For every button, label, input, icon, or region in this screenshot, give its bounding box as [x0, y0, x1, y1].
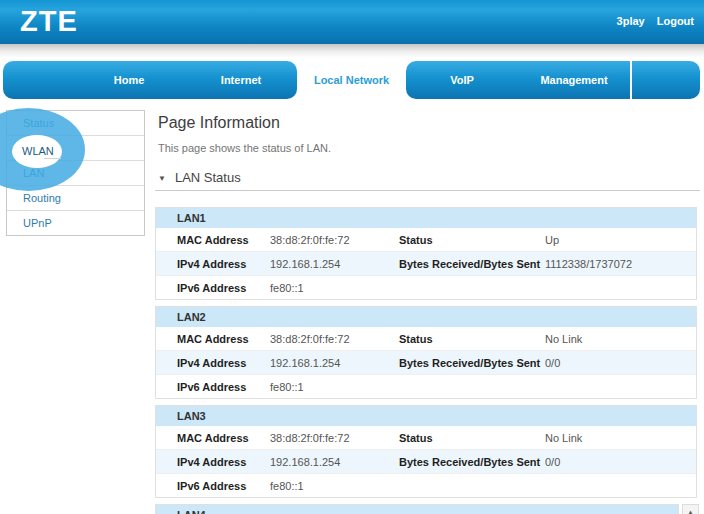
- field-label: MAC Address: [177, 333, 270, 345]
- field-label: Status: [399, 432, 545, 444]
- table-row: IPv6 Address fe80::1: [156, 374, 696, 398]
- zte-logo[interactable]: ZTE: [20, 5, 78, 38]
- table-row: IPv6 Address fe80::1: [156, 473, 696, 497]
- section-title: LAN Status: [175, 170, 241, 185]
- field-value: 38:d8:2f:0f:fe:72: [270, 333, 399, 345]
- lan2-table-title: LAN2: [156, 307, 696, 327]
- nav-filler-block: [632, 61, 700, 99]
- field-value: 38:d8:2f:0f:fe:72: [270, 432, 399, 444]
- field-label: IPv6 Address: [177, 282, 270, 294]
- page-description: This page shows the status of LAN.: [158, 142, 331, 154]
- field-label: IPv4 Address: [177, 258, 270, 270]
- field-label: IPv6 Address: [177, 480, 270, 492]
- field-label: Status: [399, 234, 545, 246]
- main-nav: Home Internet Local Network VoIP Managem…: [0, 61, 704, 99]
- field-value: 192.168.1.254: [270, 456, 399, 468]
- sidebar-item-wlan-highlighted[interactable]: WLAN: [22, 145, 54, 157]
- tab-local-network[interactable]: Local Network: [297, 61, 406, 99]
- field-label: MAC Address: [177, 234, 270, 246]
- field-label: Bytes Received/Bytes Sent: [399, 357, 545, 369]
- field-value: No Link: [545, 333, 696, 345]
- field-label: IPv6 Address: [177, 381, 270, 393]
- collapse-triangle-icon: ▼: [158, 174, 166, 183]
- field-value: 192.168.1.254: [270, 357, 399, 369]
- field-value: 0/0: [545, 456, 696, 468]
- username-link[interactable]: 3play: [617, 15, 645, 27]
- tab-voip[interactable]: VoIP: [406, 61, 518, 99]
- lan1-table-title: LAN1: [156, 208, 696, 228]
- field-value: 192.168.1.254: [270, 258, 399, 270]
- field-value: 0/0: [545, 357, 696, 369]
- header-shadow: [0, 44, 704, 58]
- field-label: IPv4 Address: [177, 357, 270, 369]
- tab-management[interactable]: Management: [518, 61, 630, 99]
- sidebar-item-upnp[interactable]: UPnP: [7, 211, 144, 235]
- field-label: MAC Address: [177, 432, 270, 444]
- top-header-bar: ZTE 3play Logout: [0, 0, 704, 44]
- nav-right-block: VoIP Management: [406, 61, 630, 99]
- lan2-table: LAN2 MAC Address 38:d8:2f:0f:fe:72 Statu…: [155, 306, 697, 399]
- lan-status-section-toggle[interactable]: ▼ LAN Status: [158, 170, 241, 185]
- field-value: Up: [545, 234, 696, 246]
- nav-left-block: Home Internet: [3, 61, 297, 99]
- field-value: No Link: [545, 432, 696, 444]
- field-value: 38:d8:2f:0f:fe:72: [270, 234, 399, 246]
- lan3-table-title: LAN3: [156, 406, 696, 426]
- field-label: Bytes Received/Bytes Sent: [399, 258, 545, 270]
- field-value: 1112338/1737072: [545, 258, 696, 270]
- field-value: fe80::1: [270, 381, 399, 393]
- table-row: MAC Address 38:d8:2f:0f:fe:72 Status No …: [156, 426, 696, 449]
- logout-link[interactable]: Logout: [657, 15, 694, 27]
- header-links: 3play Logout: [617, 15, 694, 27]
- field-label: IPv4 Address: [177, 456, 270, 468]
- lan4-table-title-clipped: LAN4: [155, 504, 679, 514]
- lan1-table: LAN1 MAC Address 38:d8:2f:0f:fe:72 Statu…: [155, 207, 697, 300]
- sidebar-row-border-fragment: [44, 158, 61, 159]
- field-label: Bytes Received/Bytes Sent: [399, 456, 545, 468]
- scroll-up-icon[interactable]: ▲: [682, 504, 699, 514]
- lan3-table: LAN3 MAC Address 38:d8:2f:0f:fe:72 Statu…: [155, 405, 697, 498]
- table-row: IPv4 Address 192.168.1.254 Bytes Receive…: [156, 449, 696, 473]
- table-row: IPv4 Address 192.168.1.254 Bytes Receive…: [156, 251, 696, 275]
- table-row: IPv4 Address 192.168.1.254 Bytes Receive…: [156, 350, 696, 374]
- table-row: MAC Address 38:d8:2f:0f:fe:72 Status Up: [156, 228, 696, 251]
- tab-home[interactable]: Home: [73, 61, 185, 99]
- table-row: MAC Address 38:d8:2f:0f:fe:72 Status No …: [156, 327, 696, 350]
- table-row: IPv6 Address fe80::1: [156, 275, 696, 299]
- tab-internet[interactable]: Internet: [185, 61, 297, 99]
- field-label: Status: [399, 333, 545, 345]
- section-divider: [155, 190, 700, 191]
- field-value: fe80::1: [270, 282, 399, 294]
- field-value: fe80::1: [270, 480, 399, 492]
- page-title: Page Information: [158, 114, 280, 132]
